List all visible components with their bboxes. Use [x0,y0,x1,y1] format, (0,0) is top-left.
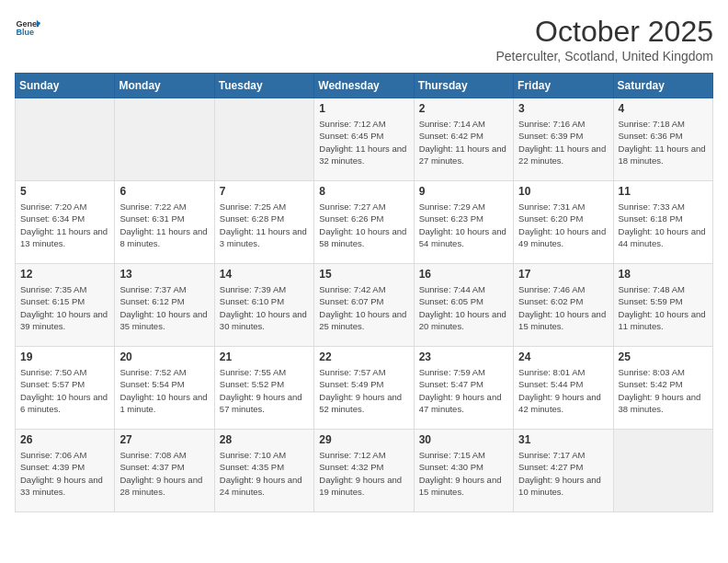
day-number: 25 [619,350,708,363]
logo: General Blue [15,15,40,40]
month-title: October 2025 [495,15,713,49]
calendar-cell: 13Sunrise: 7:37 AMSunset: 6:12 PMDayligh… [115,264,214,347]
weekday-header: Monday [115,74,214,98]
title-block: October 2025 Peterculter, Scotland, Unit… [495,15,713,63]
weekday-header: Thursday [414,74,513,98]
calendar-cell: 24Sunrise: 8:01 AMSunset: 5:44 PMDayligh… [514,347,613,430]
day-number: 13 [119,268,209,281]
weekday-header: Friday [514,74,613,98]
calendar-cell: 15Sunrise: 7:42 AMSunset: 6:07 PMDayligh… [314,264,414,347]
day-number: 31 [518,433,608,446]
day-number: 7 [220,185,309,198]
day-info: Sunrise: 7:18 AMSunset: 6:36 PMDaylight:… [619,118,708,167]
day-info: Sunrise: 7:35 AMSunset: 6:15 PMDaylight:… [20,283,109,332]
calendar-week-row: 26Sunrise: 7:06 AMSunset: 4:39 PMDayligh… [16,430,713,512]
day-info: Sunrise: 7:44 AMSunset: 6:05 PMDaylight:… [419,283,508,332]
day-info: Sunrise: 7:57 AMSunset: 5:49 PMDaylight:… [319,366,408,415]
calendar-cell: 6Sunrise: 7:22 AMSunset: 6:31 PMDaylight… [115,181,214,264]
day-info: Sunrise: 7:22 AMSunset: 6:31 PMDaylight:… [119,201,209,249]
calendar-cell: 30Sunrise: 7:15 AMSunset: 4:30 PMDayligh… [414,430,513,512]
day-info: Sunrise: 7:48 AMSunset: 5:59 PMDaylight:… [619,283,708,332]
day-info: Sunrise: 7:33 AMSunset: 6:18 PMDaylight:… [619,201,708,249]
day-info: Sunrise: 7:46 AMSunset: 6:02 PMDaylight:… [518,283,608,332]
day-info: Sunrise: 7:52 AMSunset: 5:54 PMDaylight:… [119,366,209,415]
svg-text:Blue: Blue [16,28,34,37]
calendar-cell: 23Sunrise: 7:59 AMSunset: 5:47 PMDayligh… [414,347,513,430]
day-number: 2 [419,102,508,115]
day-number: 26 [20,433,109,446]
day-info: Sunrise: 8:03 AMSunset: 5:42 PMDaylight:… [619,366,708,415]
day-info: Sunrise: 7:50 AMSunset: 5:57 PMDaylight:… [20,366,109,415]
calendar-cell: 18Sunrise: 7:48 AMSunset: 5:59 PMDayligh… [613,264,712,347]
day-number: 23 [419,350,508,363]
location: Peterculter, Scotland, United Kingdom [495,49,713,63]
day-info: Sunrise: 7:37 AMSunset: 6:12 PMDaylight:… [119,283,209,332]
weekday-header: Wednesday [314,74,414,98]
day-number: 20 [119,350,209,363]
calendar-cell [613,430,712,512]
calendar-cell [16,98,115,181]
day-number: 5 [20,185,109,198]
calendar-cell: 16Sunrise: 7:44 AMSunset: 6:05 PMDayligh… [414,264,513,347]
day-info: Sunrise: 7:08 AMSunset: 4:37 PMDaylight:… [119,449,209,498]
day-info: Sunrise: 7:16 AMSunset: 6:39 PMDaylight:… [518,118,608,167]
calendar-cell [214,98,313,181]
calendar-cell: 25Sunrise: 8:03 AMSunset: 5:42 PMDayligh… [613,347,712,430]
page-header: General Blue October 2025 Peterculter, S… [15,15,713,63]
day-number: 3 [518,102,608,115]
day-number: 30 [419,433,508,446]
calendar-week-row: 1Sunrise: 7:12 AMSunset: 6:45 PMDaylight… [16,98,713,181]
calendar-cell: 1Sunrise: 7:12 AMSunset: 6:45 PMDaylight… [314,98,414,181]
day-info: Sunrise: 7:14 AMSunset: 6:42 PMDaylight:… [419,118,508,167]
day-number: 12 [20,268,109,281]
calendar-week-row: 19Sunrise: 7:50 AMSunset: 5:57 PMDayligh… [16,347,713,430]
calendar-cell [115,98,214,181]
calendar-cell: 5Sunrise: 7:20 AMSunset: 6:34 PMDaylight… [16,181,115,264]
day-number: 4 [619,102,708,115]
calendar-cell: 20Sunrise: 7:52 AMSunset: 5:54 PMDayligh… [115,347,214,430]
day-info: Sunrise: 7:55 AMSunset: 5:52 PMDaylight:… [220,366,309,415]
day-number: 19 [20,350,109,363]
calendar-cell: 28Sunrise: 7:10 AMSunset: 4:35 PMDayligh… [214,430,313,512]
day-info: Sunrise: 7:29 AMSunset: 6:23 PMDaylight:… [419,201,508,249]
day-info: Sunrise: 7:06 AMSunset: 4:39 PMDaylight:… [20,449,109,498]
day-info: Sunrise: 7:20 AMSunset: 6:34 PMDaylight:… [20,201,109,249]
day-number: 18 [619,268,708,281]
calendar-header-row: SundayMondayTuesdayWednesdayThursdayFrid… [16,74,713,98]
calendar-cell: 3Sunrise: 7:16 AMSunset: 6:39 PMDaylight… [514,98,613,181]
day-info: Sunrise: 7:25 AMSunset: 6:28 PMDaylight:… [220,201,309,249]
day-info: Sunrise: 8:01 AMSunset: 5:44 PMDaylight:… [518,366,608,415]
day-number: 9 [419,185,508,198]
day-info: Sunrise: 7:27 AMSunset: 6:26 PMDaylight:… [319,201,408,249]
day-info: Sunrise: 7:12 AMSunset: 6:45 PMDaylight:… [319,118,408,167]
weekday-header: Tuesday [214,74,313,98]
calendar-cell: 14Sunrise: 7:39 AMSunset: 6:10 PMDayligh… [214,264,313,347]
day-number: 6 [119,185,209,198]
logo-icon: General Blue [15,15,40,40]
day-number: 8 [319,185,408,198]
calendar-cell: 12Sunrise: 7:35 AMSunset: 6:15 PMDayligh… [16,264,115,347]
day-number: 10 [518,185,608,198]
day-number: 27 [119,433,209,446]
day-info: Sunrise: 7:42 AMSunset: 6:07 PMDaylight:… [319,283,408,332]
calendar-cell: 4Sunrise: 7:18 AMSunset: 6:36 PMDaylight… [613,98,712,181]
day-info: Sunrise: 7:31 AMSunset: 6:20 PMDaylight:… [518,201,608,249]
weekday-header: Saturday [613,74,712,98]
day-number: 1 [319,102,408,115]
day-info: Sunrise: 7:59 AMSunset: 5:47 PMDaylight:… [419,366,508,415]
calendar-cell: 2Sunrise: 7:14 AMSunset: 6:42 PMDaylight… [414,98,513,181]
calendar-cell: 21Sunrise: 7:55 AMSunset: 5:52 PMDayligh… [214,347,313,430]
day-number: 24 [518,350,608,363]
day-info: Sunrise: 7:15 AMSunset: 4:30 PMDaylight:… [419,449,508,498]
day-info: Sunrise: 7:10 AMSunset: 4:35 PMDaylight:… [220,449,309,498]
calendar-week-row: 5Sunrise: 7:20 AMSunset: 6:34 PMDaylight… [16,181,713,264]
weekday-header: Sunday [16,74,115,98]
day-info: Sunrise: 7:17 AMSunset: 4:27 PMDaylight:… [518,449,608,498]
calendar-cell: 8Sunrise: 7:27 AMSunset: 6:26 PMDaylight… [314,181,414,264]
calendar-cell: 29Sunrise: 7:12 AMSunset: 4:32 PMDayligh… [314,430,414,512]
day-number: 11 [619,185,708,198]
calendar-cell: 10Sunrise: 7:31 AMSunset: 6:20 PMDayligh… [514,181,613,264]
day-number: 17 [518,268,608,281]
day-number: 28 [220,433,309,446]
day-number: 16 [419,268,508,281]
